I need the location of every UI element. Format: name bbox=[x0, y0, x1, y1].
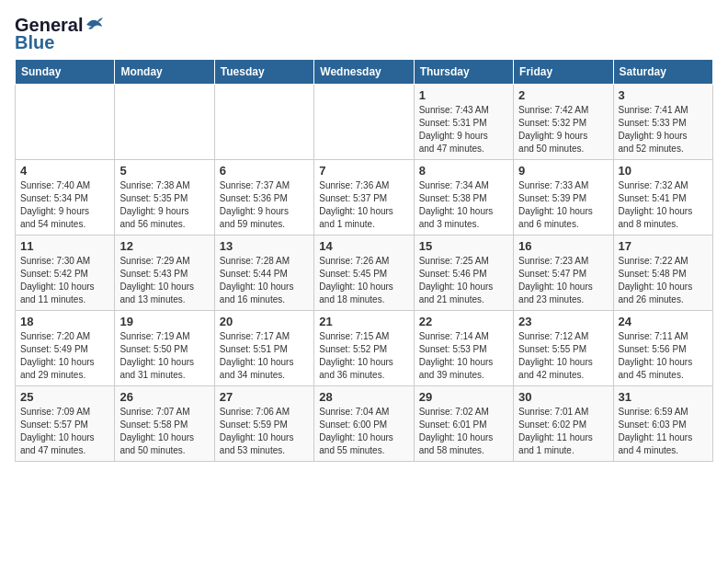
day-info: Sunrise: 7:32 AM Sunset: 5:41 PM Dayligh… bbox=[619, 179, 708, 231]
calendar-cell: 29Sunrise: 7:02 AM Sunset: 6:01 PM Dayli… bbox=[414, 386, 513, 462]
day-info: Sunrise: 7:36 AM Sunset: 5:37 PM Dayligh… bbox=[319, 179, 408, 231]
calendar-cell: 9Sunrise: 7:33 AM Sunset: 5:39 PM Daylig… bbox=[514, 160, 613, 236]
day-info: Sunrise: 7:34 AM Sunset: 5:38 PM Dayligh… bbox=[419, 179, 508, 231]
day-info: Sunrise: 7:42 AM Sunset: 5:32 PM Dayligh… bbox=[518, 104, 608, 155]
day-info: Sunrise: 7:15 AM Sunset: 5:52 PM Dayligh… bbox=[319, 330, 408, 382]
calendar-cell: 16Sunrise: 7:23 AM Sunset: 5:47 PM Dayli… bbox=[514, 236, 613, 311]
calendar-cell: 12Sunrise: 7:29 AM Sunset: 5:43 PM Dayli… bbox=[115, 236, 214, 311]
day-number: 25 bbox=[20, 390, 109, 404]
calendar-cell: 22Sunrise: 7:14 AM Sunset: 5:53 PM Dayli… bbox=[414, 311, 513, 386]
day-number: 31 bbox=[619, 390, 708, 404]
day-info: Sunrise: 7:26 AM Sunset: 5:45 PM Dayligh… bbox=[319, 255, 408, 306]
day-info: Sunrise: 7:28 AM Sunset: 5:44 PM Dayligh… bbox=[220, 255, 309, 306]
day-number: 6 bbox=[220, 164, 309, 178]
day-number: 29 bbox=[419, 390, 508, 404]
day-info: Sunrise: 7:11 AM Sunset: 5:56 PM Dayligh… bbox=[619, 330, 708, 382]
logo-blue-text: Blue bbox=[15, 32, 54, 53]
calendar-cell: 15Sunrise: 7:25 AM Sunset: 5:46 PM Dayli… bbox=[414, 236, 513, 311]
header: General Blue bbox=[15, 15, 713, 53]
calendar-cell bbox=[214, 85, 313, 160]
day-info: Sunrise: 7:29 AM Sunset: 5:43 PM Dayligh… bbox=[119, 255, 209, 306]
day-info: Sunrise: 6:59 AM Sunset: 6:03 PM Dayligh… bbox=[619, 406, 708, 457]
calendar-week-row: 11Sunrise: 7:30 AM Sunset: 5:42 PM Dayli… bbox=[16, 236, 713, 311]
day-info: Sunrise: 7:33 AM Sunset: 5:39 PM Dayligh… bbox=[518, 179, 608, 231]
calendar-cell: 24Sunrise: 7:11 AM Sunset: 5:56 PM Dayli… bbox=[613, 311, 712, 386]
day-number: 22 bbox=[419, 315, 508, 328]
day-info: Sunrise: 7:38 AM Sunset: 5:35 PM Dayligh… bbox=[119, 179, 209, 231]
calendar-cell: 26Sunrise: 7:07 AM Sunset: 5:58 PM Dayli… bbox=[115, 386, 214, 462]
day-number: 7 bbox=[319, 164, 408, 178]
day-info: Sunrise: 7:02 AM Sunset: 6:01 PM Dayligh… bbox=[419, 406, 508, 457]
calendar-cell: 19Sunrise: 7:19 AM Sunset: 5:50 PM Dayli… bbox=[115, 311, 214, 386]
day-of-week-header: Friday bbox=[514, 60, 613, 85]
calendar-cell: 3Sunrise: 7:41 AM Sunset: 5:33 PM Daylig… bbox=[613, 85, 712, 160]
calendar-cell: 7Sunrise: 7:36 AM Sunset: 5:37 PM Daylig… bbox=[314, 160, 414, 236]
calendar-cell: 28Sunrise: 7:04 AM Sunset: 6:00 PM Dayli… bbox=[314, 386, 414, 462]
day-number: 20 bbox=[220, 315, 309, 328]
logo-bird-icon bbox=[85, 16, 105, 32]
day-of-week-header: Monday bbox=[115, 60, 214, 85]
calendar-cell: 31Sunrise: 6:59 AM Sunset: 6:03 PM Dayli… bbox=[613, 386, 712, 462]
calendar-cell: 17Sunrise: 7:22 AM Sunset: 5:48 PM Dayli… bbox=[613, 236, 712, 311]
calendar-cell: 10Sunrise: 7:32 AM Sunset: 5:41 PM Dayli… bbox=[613, 160, 712, 236]
calendar-week-row: 18Sunrise: 7:20 AM Sunset: 5:49 PM Dayli… bbox=[16, 311, 713, 386]
day-number: 2 bbox=[518, 88, 608, 102]
day-number: 5 bbox=[119, 164, 209, 178]
day-number: 18 bbox=[20, 315, 109, 328]
day-info: Sunrise: 7:14 AM Sunset: 5:53 PM Dayligh… bbox=[419, 330, 508, 382]
calendar-cell bbox=[314, 85, 414, 160]
day-number: 1 bbox=[419, 88, 508, 102]
calendar-cell: 8Sunrise: 7:34 AM Sunset: 5:38 PM Daylig… bbox=[414, 160, 513, 236]
calendar-cell: 4Sunrise: 7:40 AM Sunset: 5:34 PM Daylig… bbox=[16, 160, 115, 236]
calendar-cell bbox=[16, 85, 115, 160]
calendar-cell bbox=[115, 85, 214, 160]
day-number: 26 bbox=[119, 390, 209, 404]
calendar-week-row: 25Sunrise: 7:09 AM Sunset: 5:57 PM Dayli… bbox=[16, 386, 713, 462]
day-number: 27 bbox=[220, 390, 309, 404]
calendar-cell: 2Sunrise: 7:42 AM Sunset: 5:32 PM Daylig… bbox=[514, 85, 613, 160]
day-number: 13 bbox=[220, 239, 309, 253]
day-info: Sunrise: 7:17 AM Sunset: 5:51 PM Dayligh… bbox=[220, 330, 309, 382]
calendar-cell: 1Sunrise: 7:43 AM Sunset: 5:31 PM Daylig… bbox=[414, 85, 513, 160]
day-number: 24 bbox=[619, 315, 708, 328]
calendar-week-row: 4Sunrise: 7:40 AM Sunset: 5:34 PM Daylig… bbox=[16, 160, 713, 236]
calendar-header-row: SundayMondayTuesdayWednesdayThursdayFrid… bbox=[16, 60, 713, 85]
day-info: Sunrise: 7:07 AM Sunset: 5:58 PM Dayligh… bbox=[119, 406, 209, 457]
calendar-cell: 27Sunrise: 7:06 AM Sunset: 5:59 PM Dayli… bbox=[214, 386, 313, 462]
day-number: 23 bbox=[518, 315, 608, 328]
day-number: 10 bbox=[619, 164, 708, 178]
day-info: Sunrise: 7:40 AM Sunset: 5:34 PM Dayligh… bbox=[20, 179, 109, 231]
day-of-week-header: Sunday bbox=[16, 60, 115, 85]
day-of-week-header: Tuesday bbox=[214, 60, 313, 85]
calendar-cell: 20Sunrise: 7:17 AM Sunset: 5:51 PM Dayli… bbox=[214, 311, 313, 386]
day-info: Sunrise: 7:30 AM Sunset: 5:42 PM Dayligh… bbox=[20, 255, 109, 306]
day-number: 16 bbox=[518, 239, 608, 253]
calendar-cell: 5Sunrise: 7:38 AM Sunset: 5:35 PM Daylig… bbox=[115, 160, 214, 236]
day-number: 15 bbox=[419, 239, 508, 253]
calendar-cell: 21Sunrise: 7:15 AM Sunset: 5:52 PM Dayli… bbox=[314, 311, 414, 386]
day-number: 11 bbox=[20, 239, 109, 253]
day-number: 8 bbox=[419, 164, 508, 178]
calendar-cell: 13Sunrise: 7:28 AM Sunset: 5:44 PM Dayli… bbox=[214, 236, 313, 311]
calendar-cell: 23Sunrise: 7:12 AM Sunset: 5:55 PM Dayli… bbox=[514, 311, 613, 386]
day-number: 12 bbox=[119, 239, 209, 253]
day-number: 17 bbox=[619, 239, 708, 253]
day-info: Sunrise: 7:43 AM Sunset: 5:31 PM Dayligh… bbox=[419, 104, 508, 155]
day-of-week-header: Saturday bbox=[613, 60, 712, 85]
day-info: Sunrise: 7:19 AM Sunset: 5:50 PM Dayligh… bbox=[119, 330, 209, 382]
calendar-cell: 30Sunrise: 7:01 AM Sunset: 6:02 PM Dayli… bbox=[514, 386, 613, 462]
calendar-table: SundayMondayTuesdayWednesdayThursdayFrid… bbox=[15, 59, 713, 462]
day-number: 30 bbox=[518, 390, 608, 404]
day-number: 19 bbox=[119, 315, 209, 328]
calendar-cell: 25Sunrise: 7:09 AM Sunset: 5:57 PM Dayli… bbox=[16, 386, 115, 462]
day-info: Sunrise: 7:41 AM Sunset: 5:33 PM Dayligh… bbox=[619, 104, 708, 155]
day-info: Sunrise: 7:23 AM Sunset: 5:47 PM Dayligh… bbox=[518, 255, 608, 306]
day-number: 9 bbox=[518, 164, 608, 178]
day-info: Sunrise: 7:04 AM Sunset: 6:00 PM Dayligh… bbox=[319, 406, 408, 457]
calendar-cell: 14Sunrise: 7:26 AM Sunset: 5:45 PM Dayli… bbox=[314, 236, 414, 311]
calendar-cell: 18Sunrise: 7:20 AM Sunset: 5:49 PM Dayli… bbox=[16, 311, 115, 386]
day-info: Sunrise: 7:20 AM Sunset: 5:49 PM Dayligh… bbox=[20, 330, 109, 382]
day-number: 28 bbox=[319, 390, 408, 404]
day-number: 3 bbox=[619, 88, 708, 102]
logo: General Blue bbox=[15, 15, 105, 53]
